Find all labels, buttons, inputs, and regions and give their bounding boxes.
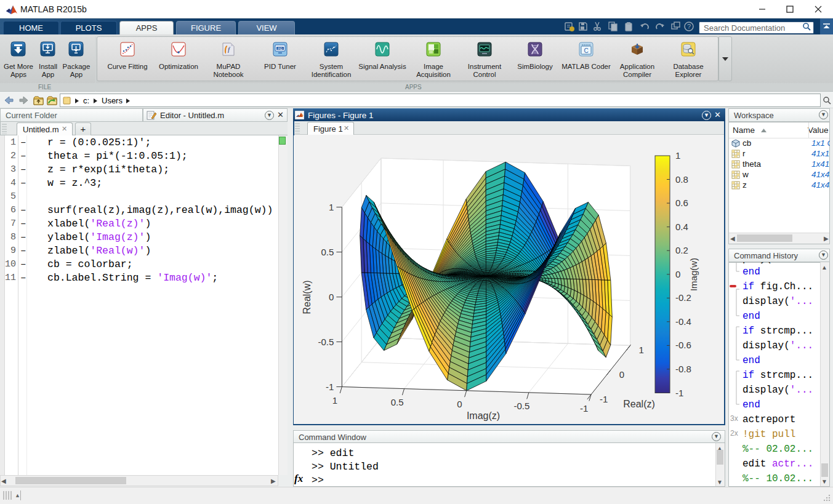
svg-text:?: ?: [687, 23, 691, 30]
svg-text:-1: -1: [326, 382, 334, 392]
svg-text:Imag(w): Imag(w): [688, 258, 699, 291]
svg-text:1: 1: [639, 345, 644, 355]
svg-text:-1: -1: [580, 403, 588, 414]
svg-text:-1: -1: [675, 388, 683, 398]
svg-text:-0.2: -0.2: [675, 292, 691, 303]
svg-text:Imag(z): Imag(z): [467, 410, 500, 421]
svg-text:Real(z): Real(z): [623, 399, 655, 409]
svg-text:0: 0: [457, 399, 462, 409]
svg-text:-0.6: -0.6: [675, 340, 691, 350]
svg-text:0: 0: [329, 292, 334, 302]
svg-text:Real(w): Real(w): [302, 280, 312, 314]
svg-text:1: 1: [332, 395, 337, 406]
svg-text:-0.8: -0.8: [675, 364, 691, 374]
svg-text:0.5: 0.5: [321, 247, 334, 257]
svg-text:0.6: 0.6: [675, 198, 688, 208]
svg-text:PID: PID: [278, 47, 283, 50]
svg-text:0.8: 0.8: [675, 174, 688, 185]
svg-text:-0.5: -0.5: [513, 401, 529, 411]
svg-text:1: 1: [675, 150, 680, 161]
svg-text:-0.5: -0.5: [318, 337, 334, 347]
svg-text:0: 0: [675, 269, 680, 279]
svg-text:0.5: 0.5: [391, 397, 404, 407]
svg-text:0: 0: [619, 369, 624, 380]
svg-text:0.2: 0.2: [675, 245, 688, 255]
svg-text:C: C: [584, 47, 588, 54]
svg-text:0.4: 0.4: [675, 222, 688, 232]
svg-text:1: 1: [329, 202, 334, 212]
svg-text:-1: -1: [600, 394, 608, 404]
svg-text:-0.4: -0.4: [675, 316, 691, 327]
